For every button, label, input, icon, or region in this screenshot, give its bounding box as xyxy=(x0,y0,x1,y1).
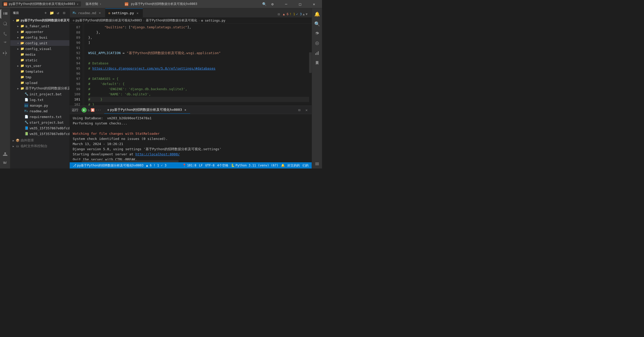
search-activity-icon[interactable] xyxy=(1,19,10,28)
sidebar-item-log[interactable]: ▶ 📄 log.txt xyxy=(10,97,69,103)
maximize-button[interactable]: □ xyxy=(294,0,306,8)
right-text-label: 好文的的 xyxy=(287,163,300,168)
status-bell[interactable]: 🔔 xyxy=(280,162,286,168)
svg-rect-1 xyxy=(315,53,316,55)
right-search-icon[interactable]: 🔍 xyxy=(312,19,322,28)
sidebar-item-external-libs[interactable]: ▶ 📦 由外部库 xyxy=(10,138,69,143)
left-project-tab[interactable]: py py基于Python的招聘数据分析及可视化hx0803 ▾ xyxy=(2,1,81,7)
sidebar-item-config-busi[interactable]: ▶ 📁 config_busi xyxy=(10,35,69,40)
sidebar-item-vm35-xlsx[interactable]: ▶ 📗 vm35_15f357867e0bfcda.xlsx xyxy=(10,131,69,137)
search-icon[interactable]: 🔍 xyxy=(261,2,268,7)
error-icon: ▲ 6 xyxy=(146,164,152,167)
refresh-button[interactable]: ↺ xyxy=(55,10,61,15)
activity-bar xyxy=(0,8,10,168)
media-label: media xyxy=(25,53,35,56)
subproject-label: 基于Python的招聘数据分析及可视化 xyxy=(25,86,69,91)
run-controls: ▶ ↻ ■ ··· xyxy=(82,107,101,113)
vertical-scrollbar[interactable] xyxy=(309,24,312,106)
new-file-button[interactable]: + xyxy=(43,10,48,15)
sidebar-item-temp-panel[interactable]: ▶ 🗂 临时文件和控制台 xyxy=(10,143,69,149)
status-position[interactable]: 📍 101:8 xyxy=(181,162,197,168)
project-root-item[interactable]: ▾ 📁 py基于Python的招聘数据分析及可视化hx0803 D:\Deskt… xyxy=(10,18,69,23)
version-control-tab[interactable]: 版本控制 ▾ xyxy=(84,1,103,7)
status-right-text2: 们的 xyxy=(301,162,310,168)
horizontal-scrollbar[interactable] xyxy=(70,160,312,162)
right-list-icon[interactable] xyxy=(312,159,322,168)
status-errors[interactable]: ▲ 6 ! 1 ✓ 3 xyxy=(145,162,167,168)
sidebar-item-subproject[interactable]: ▶ 📁 基于Python的招聘数据分析及可视化 xyxy=(10,86,69,91)
external-libs-arrow: ▶ xyxy=(11,138,15,142)
debug-icon[interactable] xyxy=(1,39,10,48)
code-content[interactable]: "builtins": ["django.templatetags.static… xyxy=(84,24,309,106)
sidebar-item-sys-user[interactable]: ▶ 📁 sys_user xyxy=(10,63,69,69)
tab-settings[interactable]: ⚙ settings.py ✕ xyxy=(105,9,143,17)
sidebar-item-templates[interactable]: ▶ 📁 templates xyxy=(10,69,69,74)
status-bar: ⎇ py基于Python的招聘数据分析及可视化hx0803 ▲ 6 ! 1 ✓ … xyxy=(70,162,312,168)
run-play-button[interactable]: ▶ xyxy=(82,107,87,113)
sidebar-item-start-project[interactable]: ▶ 🔧 start_project.bat xyxy=(10,120,69,125)
status-lf[interactable]: LF xyxy=(198,162,204,168)
sidebar-item-media[interactable]: ▶ 📁 media xyxy=(10,52,69,57)
tab-readme[interactable]: M↓ readme.md ✕ xyxy=(70,9,105,17)
terminal-tab[interactable]: ⚙ py基于Python的招聘数据分析及可视化hx0803 ✕ xyxy=(104,106,190,114)
start-project-label: start_project.bat xyxy=(29,121,64,124)
source-control-icon[interactable] xyxy=(1,29,10,38)
sidebar-item-requirements[interactable]: ▶ 📄 requirements.txt xyxy=(10,114,69,120)
localhost-link[interactable]: http://localhost:8000/ xyxy=(135,152,180,156)
settings-tab-close[interactable]: ✕ xyxy=(135,11,140,15)
sidebar-item-static[interactable]: ▶ 📁 static xyxy=(10,57,69,63)
run-more-button[interactable]: ··· xyxy=(95,108,101,112)
tab-split-button[interactable]: ⊟ xyxy=(276,11,282,17)
gear-activity-icon[interactable] xyxy=(1,159,10,168)
nav-down[interactable]: ▼ xyxy=(306,12,308,16)
sidebar-item-manage-py[interactable]: ▶ py manage.py xyxy=(10,103,69,108)
sidebar-item-upload[interactable]: ▶ 📁 upload xyxy=(10,80,69,86)
sidebar-item-config-visual[interactable]: ▶ 📁 config_visual xyxy=(10,46,69,52)
run-restart-button[interactable]: ↻ xyxy=(88,108,90,112)
panel-maximize-button[interactable]: ⊟ xyxy=(296,107,302,113)
readme-tab-close[interactable]: ✕ xyxy=(98,11,102,15)
collapse-all-button[interactable]: ⊟ xyxy=(62,10,67,15)
sidebar-item-init-project[interactable]: ▶ 🔧 init_project.bat xyxy=(10,91,69,97)
right-layers-icon[interactable] xyxy=(312,29,322,38)
sidebar-item-a-faker-unit[interactable]: ▶ 📁 a_faker_unit xyxy=(10,23,69,29)
breadcrumb-item-0[interactable]: py基于Python的招聘数据分析及可视化hx0803 xyxy=(76,18,142,23)
right-sidebar: 🔔 🔍 xyxy=(312,8,322,168)
account-icon[interactable] xyxy=(1,149,10,159)
right-notifications-icon[interactable]: 🔔 xyxy=(312,9,322,19)
right-debug-run-icon[interactable] xyxy=(312,39,322,48)
breadcrumb-item-2[interactable]: ⚙ settings.py xyxy=(201,19,226,22)
terminal-tab-label: py基于Python的招聘数据分析及可视化hx0803 xyxy=(110,107,182,112)
breadcrumb-item-1[interactable]: 基于Python的招聘数据分析及可视化 xyxy=(146,18,197,23)
close-button[interactable]: ✕ xyxy=(308,0,320,8)
status-branch[interactable]: ⎇ py基于Python的招聘数据分析及可视化hx0803 xyxy=(72,162,144,168)
status-language[interactable]: 🐍 Python 3.11 (venv) (67) xyxy=(230,162,279,168)
status-bar-left: ⎇ py基于Python的招聘数据分析及可视化hx0803 ▲ 6 ! 1 ✓ … xyxy=(72,162,167,168)
manage-py-label: manage.py xyxy=(30,104,48,107)
nav-up[interactable]: ▲ xyxy=(303,12,305,16)
sidebar-item-readme[interactable]: ▶ M↓ readme.md xyxy=(10,108,69,114)
position-label: 📍 xyxy=(182,164,186,167)
sidebar-item-appcenter[interactable]: ▶ 📁 appcenter xyxy=(10,29,69,35)
vm35-xlsx-label: vm35_15f357867e0bfcda.xlsx xyxy=(29,132,69,136)
extensions-icon[interactable] xyxy=(1,48,10,58)
minimize-button[interactable]: ─ xyxy=(280,0,292,8)
terminal-content[interactable]: Using DataBase: vm203_b26b90eef23478a1 P… xyxy=(70,114,312,160)
run-label: 运行 xyxy=(72,108,78,112)
status-encoding[interactable]: UTF-8 xyxy=(204,162,215,168)
terminal-tab-close[interactable]: ✕ xyxy=(183,108,187,112)
settings-icon[interactable]: ⚙ xyxy=(269,2,276,7)
run-stop-button[interactable]: ■ xyxy=(91,108,94,112)
new-folder-button[interactable]: 📁 xyxy=(49,10,54,15)
svg-rect-6 xyxy=(315,165,319,165)
right-chart-icon[interactable] xyxy=(312,48,322,58)
sidebar-item-tmp[interactable]: ▶ 📁 tmp xyxy=(10,74,69,80)
terminal-line-watching: Watching for file changes with StatReloa… xyxy=(73,131,309,136)
right-bookmark-icon[interactable] xyxy=(312,58,322,68)
explorer-icon[interactable] xyxy=(1,9,10,19)
sidebar-item-vm35-docx[interactable]: ▶ 📘 vm35_15f357867e0bfcda.docx xyxy=(10,125,69,131)
svg-rect-5 xyxy=(315,164,319,164)
sidebar-item-config-unit[interactable]: ▾ 📂 config_unit xyxy=(10,40,69,46)
status-indent[interactable]: 4个空格 xyxy=(216,162,229,168)
panel-close-button[interactable]: ✕ xyxy=(303,107,310,113)
